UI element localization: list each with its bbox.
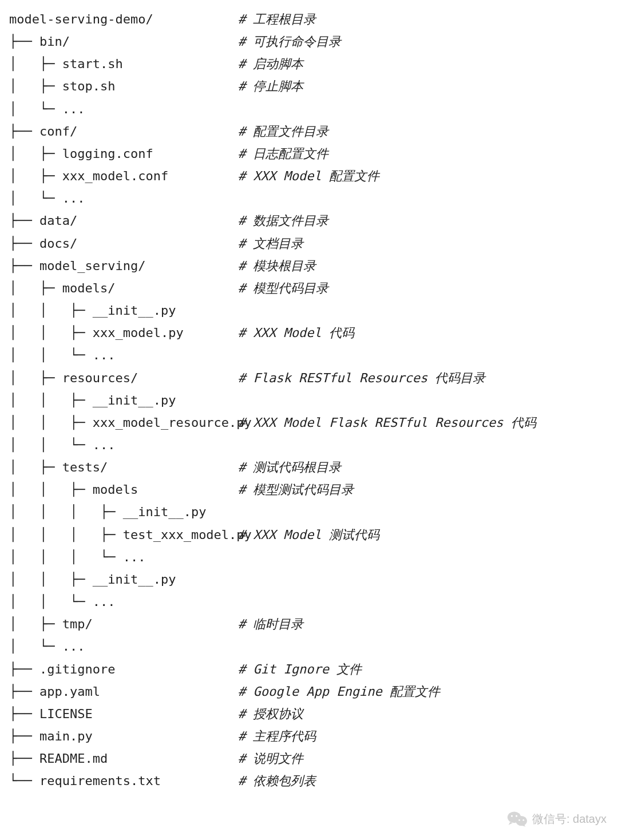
- tree-path: │ │ ├─ __init__.py: [9, 389, 238, 411]
- tree-comment: # 测试代码根目录: [238, 456, 342, 478]
- tree-path: │ │ │ └─ ...: [9, 546, 238, 568]
- tree-path: ├── main.py: [9, 725, 238, 747]
- tree-row: model-serving-demo/# 工程根目录: [9, 8, 613, 30]
- tree-comment: # 启动脚本: [238, 53, 304, 75]
- tree-path: ├── .gitignore: [9, 658, 238, 680]
- tree-path: ├── app.yaml: [9, 680, 238, 703]
- tree-comment: # 文档目录: [238, 232, 304, 255]
- tree-path: │ ├─ logging.conf: [9, 142, 238, 165]
- tree-comment: # 依赖包列表: [238, 770, 316, 792]
- tree-row: ├── data/# 数据文件目录: [9, 209, 613, 232]
- tree-path: │ │ ├─ xxx_model.py: [9, 322, 238, 344]
- tree-row: └── requirements.txt# 依赖包列表: [9, 770, 613, 792]
- tree-row: │ │ │ └─ ...: [9, 546, 613, 568]
- tree-comment: # XXX Model 代码: [238, 322, 354, 344]
- tree-path: │ │ ├─ models: [9, 478, 238, 501]
- tree-path: │ ├─ tmp/: [9, 613, 238, 635]
- tree-comment: # 数据文件目录: [238, 209, 329, 232]
- tree-path: │ └─ ...: [9, 635, 238, 657]
- tree-path: │ │ │ ├─ test_xxx_model.py: [9, 524, 238, 546]
- tree-row: ├── app.yaml# Google App Engine 配置文件: [9, 680, 613, 703]
- tree-comment: # 模型测试代码目录: [238, 478, 354, 501]
- tree-row: │ │ ├─ xxx_model_resource.py# XXX Model …: [9, 411, 613, 434]
- tree-row: │ ├─ resources/# Flask RESTful Resources…: [9, 367, 613, 389]
- tree-path: ├── model_serving/: [9, 255, 238, 277]
- tree-comment: # XXX Model 测试代码: [238, 524, 379, 546]
- tree-path: │ └─ ...: [9, 98, 238, 120]
- tree-row: │ │ ├─ xxx_model.py# XXX Model 代码: [9, 322, 613, 344]
- tree-comment: # 模型代码目录: [238, 277, 329, 299]
- tree-path: ├── data/: [9, 209, 238, 232]
- tree-path: │ ├─ models/: [9, 277, 238, 299]
- directory-tree: model-serving-demo/# 工程根目录├── bin/# 可执行命…: [0, 0, 618, 806]
- tree-row: │ └─ ...: [9, 98, 613, 120]
- tree-path: │ │ └─ ...: [9, 591, 238, 613]
- tree-row: │ ├─ stop.sh# 停止脚本: [9, 75, 613, 97]
- tree-row: ├── LICENSE# 授权协议: [9, 703, 613, 725]
- tree-row: │ │ ├─ __init__.py: [9, 568, 613, 591]
- tree-path: ├── conf/: [9, 120, 238, 142]
- tree-comment: # Flask RESTful Resources 代码目录: [238, 367, 485, 389]
- tree-path: │ │ ├─ __init__.py: [9, 299, 238, 322]
- tree-row: ├── .gitignore# Git Ignore 文件: [9, 658, 613, 680]
- tree-path: │ ├─ stop.sh: [9, 75, 238, 97]
- tree-row: ├── docs/# 文档目录: [9, 232, 613, 255]
- tree-comment: # Google App Engine 配置文件: [238, 680, 440, 703]
- tree-row: │ │ └─ ...: [9, 434, 613, 456]
- tree-path: └── requirements.txt: [9, 770, 238, 792]
- tree-comment: # 授权协议: [238, 703, 304, 725]
- tree-row: │ └─ ...: [9, 635, 613, 657]
- tree-path: model-serving-demo/: [9, 8, 238, 30]
- tree-path: ├── README.md: [9, 747, 238, 770]
- tree-path: │ ├─ resources/: [9, 367, 238, 389]
- tree-row: │ │ ├─ models# 模型测试代码目录: [9, 478, 613, 501]
- tree-row: │ └─ ...: [9, 187, 613, 209]
- tree-comment: # 日志配置文件: [238, 142, 329, 165]
- tree-comment: # 说明文件: [238, 747, 304, 770]
- tree-row: │ │ ├─ __init__.py: [9, 299, 613, 322]
- tree-path: ├── LICENSE: [9, 703, 238, 725]
- tree-comment: # Git Ignore 文件: [238, 658, 362, 680]
- tree-row: ├── bin/# 可执行命令目录: [9, 30, 613, 53]
- tree-path: │ ├─ xxx_model.conf: [9, 165, 238, 187]
- tree-row: │ ├─ xxx_model.conf# XXX Model 配置文件: [9, 165, 613, 187]
- tree-path: ├── bin/: [9, 30, 238, 53]
- tree-row: │ ├─ tmp/# 临时目录: [9, 613, 613, 635]
- tree-comment: # 主程序代码: [238, 725, 316, 747]
- tree-row: │ │ └─ ...: [9, 591, 613, 613]
- tree-path: │ │ ├─ xxx_model_resource.py: [9, 411, 238, 434]
- tree-row: │ ├─ logging.conf# 日志配置文件: [9, 142, 613, 165]
- tree-comment: # 临时目录: [238, 613, 304, 635]
- tree-row: ├── README.md# 说明文件: [9, 747, 613, 770]
- tree-row: ├── main.py# 主程序代码: [9, 725, 613, 747]
- tree-path: │ │ │ ├─ __init__.py: [9, 501, 238, 523]
- tree-comment: # 可执行命令目录: [238, 30, 342, 53]
- tree-row: │ ├─ start.sh# 启动脚本: [9, 53, 613, 75]
- tree-comment: # 工程根目录: [238, 8, 316, 30]
- tree-comment: # 配置文件目录: [238, 120, 329, 142]
- tree-row: ├── model_serving/# 模块根目录: [9, 255, 613, 277]
- tree-path: │ │ └─ ...: [9, 344, 238, 366]
- tree-comment: # 停止脚本: [238, 75, 304, 97]
- tree-row: ├── conf/# 配置文件目录: [9, 120, 613, 142]
- tree-row: │ │ │ ├─ test_xxx_model.py# XXX Model 测试…: [9, 524, 613, 546]
- tree-row: │ │ │ ├─ __init__.py: [9, 501, 613, 523]
- tree-path: │ │ └─ ...: [9, 434, 238, 456]
- tree-comment: # 模块根目录: [238, 255, 316, 277]
- tree-row: │ │ ├─ __init__.py: [9, 389, 613, 411]
- tree-path: │ ├─ tests/: [9, 456, 238, 478]
- tree-row: │ ├─ tests/# 测试代码根目录: [9, 456, 613, 478]
- tree-row: │ ├─ models/# 模型代码目录: [9, 277, 613, 299]
- tree-path: │ │ ├─ __init__.py: [9, 568, 238, 591]
- tree-comment: # XXX Model Flask RESTful Resources 代码: [238, 411, 536, 434]
- tree-path: │ └─ ...: [9, 187, 238, 209]
- tree-path: │ ├─ start.sh: [9, 53, 238, 75]
- tree-comment: # XXX Model 配置文件: [238, 165, 379, 187]
- tree-path: ├── docs/: [9, 232, 238, 255]
- tree-row: │ │ └─ ...: [9, 344, 613, 366]
